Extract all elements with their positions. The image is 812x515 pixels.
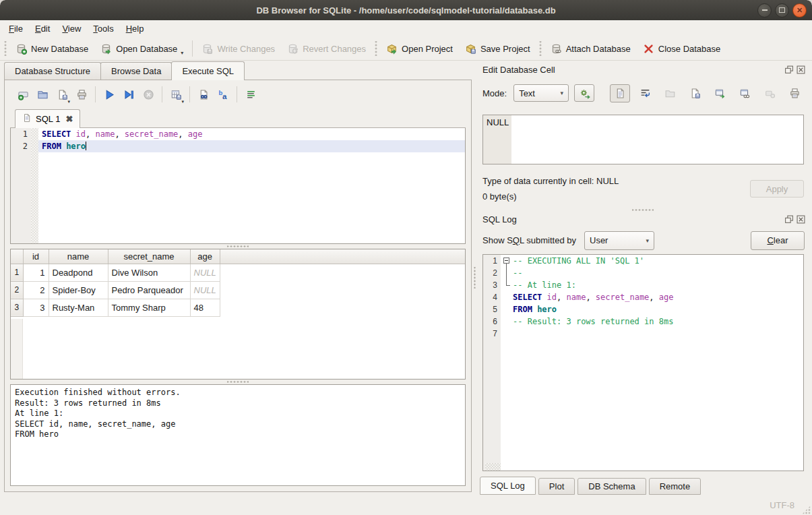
toggle-indent-button[interactable] (242, 86, 259, 103)
table-cell[interactable]: Spider-Boy (49, 281, 108, 299)
open-project-button[interactable]: Open Project (380, 39, 459, 58)
tab-sql-log[interactable]: SQL Log (480, 477, 536, 495)
print-cell-button[interactable] (784, 84, 805, 102)
table-cell[interactable]: Dive Wilson (108, 264, 190, 281)
apply-button[interactable]: Apply (750, 180, 804, 198)
fold-margin (31, 128, 38, 140)
open-database-button[interactable]: Open Database▾ (94, 39, 189, 58)
dropdown-caret-icon[interactable]: ▾ (181, 99, 184, 104)
dropdown-caret-icon[interactable]: ▾ (181, 50, 183, 58)
mode-select[interactable]: Text ▾ (513, 84, 569, 102)
auto-format-button[interactable]: ba (214, 86, 232, 103)
splitter-handle[interactable] (10, 244, 466, 249)
execute-all-button[interactable] (100, 86, 118, 103)
cell-value: NULL (483, 115, 511, 164)
close-tab-icon[interactable]: ✖ (65, 114, 73, 124)
submitter-select[interactable]: User ▾ (584, 231, 654, 250)
minimize-button[interactable] (757, 3, 772, 18)
save-results-button[interactable]: ▾ (167, 86, 185, 103)
open-in-external-button[interactable] (710, 84, 730, 102)
dropdown-caret-icon[interactable]: ▾ (67, 99, 70, 104)
row-header[interactable]: 2 (11, 281, 23, 299)
splitter-handle[interactable] (10, 380, 466, 384)
editor-line: 1SELECT id, name, secret_name, age (11, 128, 465, 140)
menu-tools[interactable]: Tools (87, 22, 119, 36)
sql-log-view[interactable]: 1-- EXECUTING ALL IN 'SQL 1'2--3-- At li… (482, 254, 804, 471)
word-wrap-button[interactable] (635, 84, 655, 102)
tab-execute-sql[interactable]: Execute SQL (171, 61, 245, 80)
float-dock-icon[interactable] (784, 65, 794, 74)
tab-browse-data[interactable]: Browse Data (100, 62, 172, 80)
sql-editor[interactable]: 1SELECT id, name, secret_name, age2FROM … (10, 128, 466, 244)
fold-margin[interactable] (501, 279, 511, 291)
open-sql-file-button[interactable] (34, 86, 51, 103)
dock-splitter[interactable] (478, 207, 807, 213)
results-grid[interactable]: idnamesecret_nameage11DeadpondDive Wilso… (10, 249, 466, 380)
toolbar-grip[interactable] (374, 41, 378, 56)
close-button[interactable]: ✕ (792, 3, 807, 18)
new-database-button[interactable]: New Database (9, 39, 94, 58)
column-header-secret-name[interactable]: secret_name (108, 249, 190, 264)
toolbar-separator (192, 40, 193, 57)
table-cell[interactable]: 3 (23, 299, 49, 316)
menu-edit[interactable]: Edit (29, 22, 56, 36)
close-dock-icon[interactable] (797, 65, 805, 74)
tab-remote[interactable]: Remote (649, 478, 701, 495)
table-cell[interactable]: Tommy Sharp (108, 299, 190, 316)
column-header-age[interactable]: age (190, 249, 220, 264)
table-cell[interactable]: Deadpond (49, 264, 108, 281)
copy-link-button[interactable] (735, 84, 755, 102)
menu-file[interactable]: File (3, 22, 29, 36)
results-table[interactable]: idnamesecret_nameage11DeadpondDive Wilso… (11, 249, 220, 317)
clear-log-button[interactable]: Clear (751, 231, 805, 250)
panel-splitter[interactable] (472, 61, 477, 495)
write-changes-button: Write Changes (195, 39, 281, 58)
fold-margin[interactable] (501, 267, 511, 279)
find-replace-button[interactable] (195, 86, 212, 103)
table-cell[interactable]: 1 (23, 264, 49, 281)
table-cell[interactable]: NULL (190, 281, 220, 299)
close-database-button[interactable]: Close Database (637, 39, 727, 58)
column-header-id[interactable]: id (23, 249, 49, 264)
table-cell[interactable]: Rusty-Man (49, 299, 108, 316)
titlebar[interactable]: DB Browser for SQLite - /home/user/code/… (0, 0, 812, 20)
tab-label: Plot (549, 481, 564, 491)
attach-database-button[interactable]: Attach Database (544, 39, 637, 58)
close-dock-icon[interactable] (797, 215, 805, 224)
column-header-name[interactable]: name (49, 249, 108, 264)
save-project-button[interactable]: Save Project (459, 39, 536, 58)
text-mode-button[interactable] (610, 84, 630, 102)
table-cell[interactable]: Pedro Parqueador (108, 281, 190, 299)
tab-db-schema[interactable]: DB Schema (577, 478, 646, 495)
sql-toolbar: ▾▾ba (10, 84, 466, 104)
table-cell[interactable]: 2 (23, 281, 49, 299)
float-dock-icon[interactable] (784, 215, 794, 224)
execute-current-line-button[interactable] (120, 86, 137, 103)
row-header[interactable]: 1 (11, 264, 23, 281)
tab-plot[interactable]: Plot (538, 478, 575, 495)
stop-execution-button (139, 86, 157, 103)
tab-database-structure[interactable]: Database Structure (4, 62, 101, 80)
table-cell[interactable]: 48 (190, 299, 220, 316)
export-data-button[interactable] (685, 84, 705, 102)
table-cell[interactable]: NULL (190, 264, 220, 281)
fold-margin[interactable] (501, 255, 511, 267)
table-corner-cell[interactable] (11, 249, 23, 264)
splitter-dots (473, 267, 476, 289)
print-sql-button[interactable] (73, 86, 90, 103)
menu-view[interactable]: View (56, 22, 87, 36)
new-sql-tab-button[interactable] (14, 86, 32, 103)
editor-tab-sql1[interactable]: SQL 1 ✖ (15, 109, 80, 128)
cell-editor[interactable]: NULL (482, 115, 804, 164)
save-sql-file-button[interactable]: ▾ (53, 86, 71, 103)
toolbar-grip[interactable] (538, 41, 542, 56)
toolbar-grip[interactable] (3, 41, 7, 56)
line-number: 1 (11, 128, 31, 140)
resize-grip[interactable] (802, 506, 811, 514)
menu-help[interactable]: Help (120, 22, 150, 36)
row-header[interactable]: 3 (11, 299, 23, 316)
auto-switch-mode-button[interactable] (574, 84, 594, 102)
fold-collapse-icon[interactable] (503, 258, 509, 264)
tab-label: Database Structure (15, 66, 90, 76)
maximize-button[interactable] (775, 3, 789, 18)
